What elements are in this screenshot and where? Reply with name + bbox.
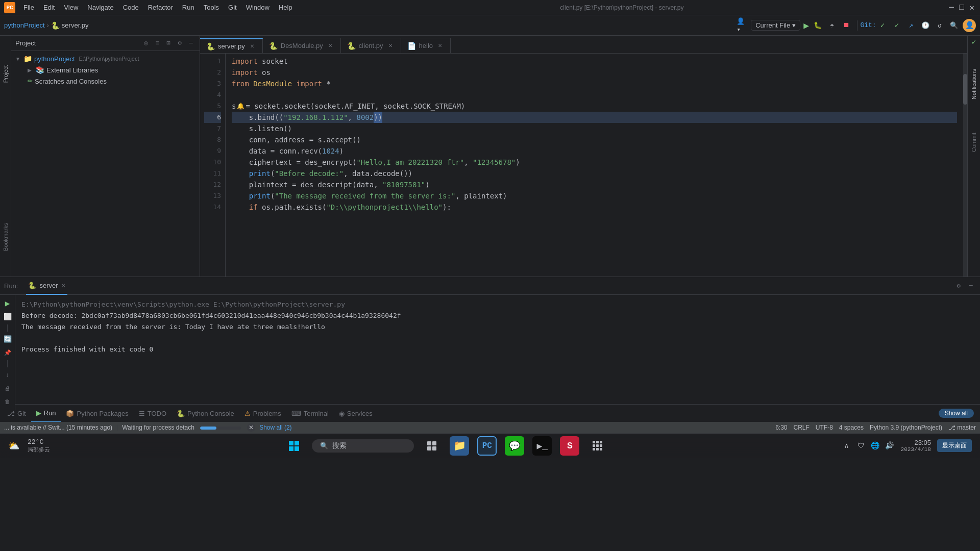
maximize-button[interactable]: □ bbox=[958, 4, 966, 12]
tree-scratches[interactable]: ✏ Scratches and Consoles bbox=[11, 76, 200, 87]
clear-waiting-icon[interactable]: ✕ bbox=[247, 423, 255, 432]
taskbar-search[interactable]: 🔍 搜索 bbox=[312, 439, 414, 453]
status-position[interactable]: 6:30 bbox=[775, 424, 787, 431]
expand-all-icon[interactable]: ≡ bbox=[153, 39, 162, 48]
task-view-button[interactable] bbox=[422, 436, 442, 456]
run-rerun-icon[interactable]: 🔄 bbox=[2, 334, 13, 345]
run-config-dropdown[interactable]: Current File ▾ bbox=[751, 20, 800, 31]
tray-antivirus-icon[interactable]: 🛡 bbox=[856, 441, 866, 451]
line-num-3: 3 bbox=[204, 78, 221, 89]
status-notification[interactable]: ... is available // Swit... (15 minutes … bbox=[4, 424, 112, 431]
run-close-icon[interactable]: ✕ bbox=[61, 283, 65, 288]
taskbar-app-wechat[interactable]: 💬 bbox=[505, 436, 524, 456]
structure-vertical-tab[interactable]: Structure bbox=[0, 265, 11, 277]
git-push-icon[interactable]: ↗ bbox=[905, 20, 917, 31]
run-scroll-icon[interactable]: ↓ bbox=[2, 369, 13, 381]
code-editor[interactable]: 1 2 3 4 5 6 7 8 9 10 11 12 13 14 import … bbox=[200, 54, 967, 277]
tray-volume-icon[interactable]: 🔊 bbox=[885, 441, 895, 451]
bookmarks-vertical-tab[interactable]: Bookmarks bbox=[0, 214, 11, 260]
git-revert-icon[interactable]: ↺ bbox=[934, 20, 945, 31]
run-tab-server[interactable]: 🐍 server ✕ bbox=[26, 277, 67, 295]
minimize-button[interactable]: ─ bbox=[947, 4, 955, 12]
taskbar-app-terminal[interactable]: ▶_ bbox=[532, 436, 552, 456]
coverage-button[interactable]: ☂ bbox=[826, 20, 838, 31]
tab-hello[interactable]: 📄 hello ✕ bbox=[401, 38, 451, 53]
taskbar-app-pycharm[interactable]: PC bbox=[477, 436, 497, 456]
menu-refactor[interactable]: Refactor bbox=[144, 2, 177, 13]
git-check1[interactable]: ✓ bbox=[877, 20, 888, 31]
hide-panel-icon[interactable]: ─ bbox=[186, 39, 195, 48]
bottom-tab-problems[interactable]: ⚠ Problems bbox=[239, 405, 286, 422]
menu-tools[interactable]: Tools bbox=[200, 2, 223, 13]
menu-view[interactable]: View bbox=[60, 2, 82, 13]
git-tab-label: Git bbox=[17, 410, 26, 417]
windows-start-button[interactable] bbox=[284, 436, 304, 456]
menu-code[interactable]: Code bbox=[119, 2, 143, 13]
taskbar-app-s[interactable]: S bbox=[560, 436, 579, 456]
bottom-tab-todo[interactable]: ☰ TODO bbox=[134, 405, 172, 422]
tab-close-server[interactable]: ✕ bbox=[248, 42, 256, 51]
breadcrumb-project[interactable]: pythonProject bbox=[4, 21, 45, 29]
clock-widget[interactable]: 23:05 2023/4/18 bbox=[901, 439, 931, 453]
tab-close-client[interactable]: ✕ bbox=[386, 42, 395, 50]
tray-up-icon[interactable]: ∧ bbox=[842, 441, 852, 451]
taskbar-app-dotted[interactable] bbox=[587, 436, 607, 456]
run-stop-button[interactable]: ⬜ bbox=[2, 311, 13, 322]
git-history-icon[interactable]: 🕐 bbox=[920, 20, 931, 31]
menu-help[interactable]: Help bbox=[275, 2, 297, 13]
bottom-tab-git[interactable]: ⎇ Git bbox=[2, 405, 31, 422]
menu-file[interactable]: File bbox=[19, 2, 38, 13]
tree-root[interactable]: ▼ 📁 pythonProject E:\Python\pythonProjec… bbox=[11, 53, 200, 64]
tab-desmodule-py[interactable]: 🐍 DesModule.py ✕ bbox=[263, 38, 341, 53]
tab-close-hello[interactable]: ✕ bbox=[436, 42, 444, 50]
run-minimize-icon[interactable]: ─ bbox=[966, 281, 976, 291]
tab-server-py[interactable]: 🐍 server.py ✕ bbox=[200, 38, 263, 54]
status-git-branch[interactable]: ⎇ master bbox=[948, 424, 976, 431]
git-status-check[interactable]: Git: bbox=[863, 20, 874, 31]
status-python-version[interactable]: Python 3.9 (pythonProject) bbox=[870, 424, 942, 431]
bottom-tab-packages[interactable]: 📦 Python Packages bbox=[61, 405, 133, 422]
show-all-container[interactable]: Show all bbox=[939, 409, 974, 418]
run-button[interactable]: ▶ bbox=[803, 20, 809, 31]
run-settings-icon[interactable]: ⚙ bbox=[953, 281, 964, 291]
locate-icon[interactable]: ◎ bbox=[141, 39, 151, 48]
bottom-tab-run[interactable]: ▶ Run bbox=[31, 405, 61, 422]
profile-icon[interactable]: 👤▾ bbox=[737, 20, 748, 31]
stop-button[interactable]: ⏹ bbox=[841, 20, 852, 31]
weather-widget[interactable]: ⛅ bbox=[8, 440, 19, 452]
menu-git[interactable]: Git bbox=[224, 2, 241, 13]
git-check2[interactable]: ✓ bbox=[891, 20, 902, 31]
menu-navigate[interactable]: Navigate bbox=[83, 2, 117, 13]
user-avatar[interactable]: 👤 bbox=[963, 19, 976, 32]
menu-edit[interactable]: Edit bbox=[39, 2, 59, 13]
code-content[interactable]: import socket import os from DesModule i… bbox=[226, 54, 963, 277]
collapse-all-icon[interactable]: ⊞ bbox=[164, 39, 173, 48]
show-desktop-hint[interactable]: 显示桌面 bbox=[937, 439, 972, 452]
menu-window[interactable]: Window bbox=[242, 2, 274, 13]
rerun-button[interactable]: ▶ bbox=[2, 298, 13, 309]
bottom-tab-terminal[interactable]: ⌨ Terminal bbox=[286, 405, 334, 422]
menu-run[interactable]: Run bbox=[178, 2, 199, 13]
show-all-status[interactable]: Show all (2) bbox=[259, 424, 291, 431]
tab-close-des[interactable]: ✕ bbox=[326, 42, 334, 50]
search-everywhere-icon[interactable]: 🔍 bbox=[948, 20, 960, 31]
run-pin-icon[interactable]: 📌 bbox=[2, 347, 13, 358]
bottom-tab-console[interactable]: 🐍 Python Console bbox=[172, 405, 239, 422]
tree-external-libs[interactable]: ▶ 📚 External Libraries bbox=[11, 64, 200, 76]
notifications-tab[interactable]: Notifications bbox=[968, 59, 979, 110]
tray-network-icon[interactable]: 🌐 bbox=[870, 441, 880, 451]
editor-scrollbar[interactable] bbox=[963, 54, 967, 277]
status-encoding[interactable]: UTF-8 bbox=[816, 424, 833, 431]
tab-client-py[interactable]: 🐍 client.py ✕ bbox=[341, 38, 401, 53]
close-button[interactable]: ✕ bbox=[968, 4, 976, 12]
taskbar-app-explorer[interactable]: 📁 bbox=[450, 436, 469, 456]
bottom-tab-services[interactable]: ◉ Services bbox=[334, 405, 378, 422]
scrollbar-thumb[interactable] bbox=[963, 74, 967, 105]
settings-icon[interactable]: ⚙ bbox=[175, 39, 184, 48]
run-print-icon[interactable]: 🖨 bbox=[2, 383, 13, 394]
project-vertical-tab[interactable]: Project bbox=[0, 51, 11, 97]
status-line-ending[interactable]: CRLF bbox=[794, 424, 810, 431]
status-indent[interactable]: 4 spaces bbox=[839, 424, 864, 431]
debug-button[interactable]: 🐛 bbox=[812, 20, 823, 31]
commit-tab[interactable]: Commit bbox=[968, 122, 979, 163]
